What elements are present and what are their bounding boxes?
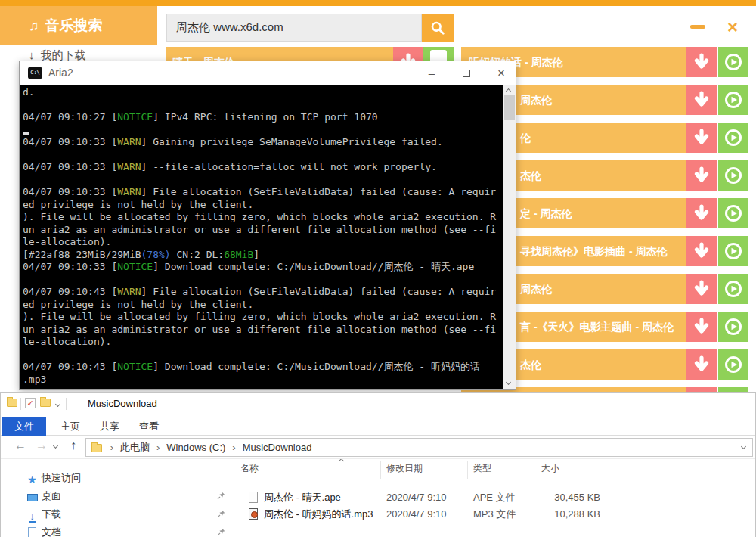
app-close-button[interactable]: × [727,17,738,38]
separator [20,398,21,410]
file-type: APE 文件 [473,489,516,506]
explorer-navbar: ← → ↑ ›此电脑›Windows (C:)›MusicDownload [1,436,755,459]
tab-file[interactable]: 文件 [2,417,46,436]
download-arrow-icon [692,128,711,147]
column-header[interactable]: 大小 [541,462,559,475]
search-button[interactable] [422,14,454,42]
play-button[interactable] [718,160,748,191]
column-header[interactable]: 名称 [240,462,259,475]
play-button[interactable] [718,236,748,266]
app-minimize-button[interactable] [690,25,705,29]
maximize-icon [463,70,470,77]
console-line: 04/07 09:10:33 [WARN] Gaining privilege … [23,136,503,149]
sidebar-item[interactable]: ★快速访问 [1,470,228,486]
aria2-minimize-button[interactable]: – [420,61,443,85]
sidebar-item[interactable]: 桌面 [1,488,228,504]
search-input[interactable] [166,14,422,42]
mp3-file-icon [249,508,258,520]
column-separator [600,461,600,479]
console-line: ). File will be allocated by filling zer… [23,311,503,324]
play-button[interactable] [718,198,748,228]
ape-file-icon [249,492,258,503]
play-button[interactable] [718,312,748,342]
pin-icon[interactable] [217,510,225,518]
download-arrow-icon [692,52,711,72]
file-row[interactable]: 周杰伦 - 听妈妈的话.mp32020/4/7 9:10MP3 文件10,288… [228,506,755,523]
tab-menu[interactable]: 主页 [55,417,85,436]
pin-icon[interactable] [217,492,225,500]
console-line: d. [23,86,503,99]
console-line: 04/07 09:10:33 [WARN] File allocation (S… [23,186,503,199]
download-button[interactable] [686,312,717,342]
music-note-icon: ♫ [29,18,39,33]
console-line: [#22af88 23MiB/29MiB(78%) CN:2 DL:68MiB] [23,249,503,262]
scroll-up-icon[interactable] [506,88,511,94]
aria2-maximize-button[interactable] [455,61,478,85]
column-header[interactable]: 类型 [473,462,491,475]
scroll-down-icon[interactable] [506,380,511,385]
aria2-close-button[interactable]: × [490,61,513,85]
explorer-sidebar: ★快速访问桌面↓下载文档 [1,459,228,537]
download-arrow-icon [692,203,711,223]
desktop-icon [27,494,38,501]
pin-icon[interactable] [217,528,225,536]
up-icon[interactable]: ↑ [70,439,76,452]
console-line: ed privilege is not held by the client. [23,299,503,312]
forward-icon[interactable]: → [36,439,48,452]
tab-menu[interactable]: 共享 [94,417,125,436]
console-line: un aria2 as an administrator or use a di… [23,324,503,337]
download-button[interactable] [686,160,717,191]
console-scrollbar[interactable] [503,85,516,389]
console-line: un aria2 as an administrator or use a di… [23,224,503,237]
play-button[interactable] [718,123,748,153]
sidebar-item[interactable]: ↓下载 [1,506,228,523]
back-icon[interactable]: ← [14,439,26,452]
play-icon [723,279,743,299]
breadcrumb-item[interactable]: 此电脑 [117,439,153,456]
play-button[interactable] [718,85,748,115]
file-name: 周杰伦 - 听妈妈的话.mp3 [264,506,373,523]
download-button[interactable] [686,274,717,304]
address-folder-icon [91,444,102,452]
download-button[interactable] [686,349,717,380]
sidebar-item[interactable]: 文档 [1,524,228,537]
aria2-window: C:\ Aria2 – × d.04/07 09:10:27 [NOTICE] … [19,61,516,390]
tab-menu[interactable]: 查看 [134,417,164,436]
scrollbar-thumb[interactable] [504,95,515,120]
download-button[interactable] [686,236,717,266]
app-title: 音乐搜索 [45,17,103,33]
play-button[interactable] [718,349,748,380]
aria2-console: d.04/07 09:10:27 [NOTICE] IPv4 RPC: list… [20,85,516,389]
address-bar[interactable]: ›此电脑›Windows (C:)›MusicDownload [85,438,753,457]
play-button[interactable] [718,47,748,77]
download-button[interactable] [686,85,717,115]
console-line [23,124,503,137]
quick-access-folder-icon[interactable] [40,399,51,407]
column-separator [380,461,381,479]
app-top-strip [0,0,756,6]
download-button[interactable] [686,198,717,228]
quick-access-star-icon: ★ [27,473,37,486]
console-line: 04/07 09:10:43 [WARN] File allocation (S… [23,286,503,299]
file-type: MP3 文件 [473,506,516,523]
breadcrumb-item[interactable]: Windows (C:) [163,439,228,456]
play-button[interactable] [718,274,748,304]
address-dropdown-icon[interactable] [741,444,746,449]
file-row[interactable]: 周杰伦 - 晴天.ape2020/4/7 9:10APE 文件30,455 KB [228,489,755,506]
breadcrumb-item[interactable]: MusicDownload [240,439,315,456]
console-line: le-allocation). [23,236,503,249]
screen: ♫音乐搜索 ↓我的下载 × 晴天 - 周杰伦 听妈 [0,0,756,537]
column-header[interactable]: 修改日期 [386,462,423,475]
console-line: 04/07 09:10:33 [WARN] --file-allocation=… [23,161,503,174]
quick-access-check-icon[interactable]: ✓ [25,398,36,408]
download-button[interactable] [686,47,717,77]
file-explorer-window: ✓ MusicDownload 文件主页共享查看 ← → ↑ ›此电脑›Wind… [0,392,756,537]
history-dropdown-icon[interactable] [53,443,58,449]
aria2-window-title: Aria2 [48,67,73,79]
explorer-window-title: MusicDownload [88,398,157,409]
quick-access-dropdown-icon[interactable] [55,402,60,407]
console-line [23,149,503,162]
play-icon [723,166,743,185]
download-button[interactable] [686,123,717,153]
sort-ascending-icon [339,459,344,464]
